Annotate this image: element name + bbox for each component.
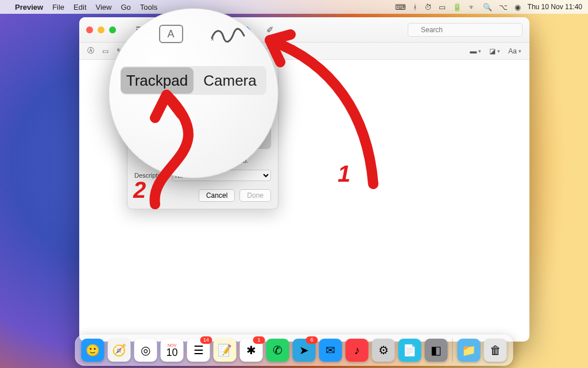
bluetooth-icon[interactable]: ᚼ — [413, 3, 417, 12]
highlight-icon[interactable]: ✐ — [263, 24, 277, 36]
siri-icon[interactable]: ◉ — [514, 3, 521, 12]
dock-music[interactable]: ♪ — [346, 339, 369, 362]
text-tool-icon: A — [159, 25, 183, 43]
cancel-button[interactable]: Cancel — [199, 189, 235, 202]
control-center-icon[interactable]: ⌥ — [499, 3, 508, 12]
text-select-tool[interactable]: Ⓐ — [87, 46, 94, 56]
magnified-tabs: Trackpad Camera — [121, 66, 266, 95]
dock: 🙂🧭◎NOV10☰📝✱✆➤✉︎♪⚙︎📄◧📁🗑 — [75, 335, 513, 366]
svg-text:×: × — [211, 36, 214, 43]
search-icon[interactable]: 🔍 — [483, 3, 492, 12]
dock-telegram[interactable]: ➤ — [293, 339, 316, 362]
menubar-clock[interactable]: Thu 10 Nov 11:40 — [528, 3, 582, 11]
sign-tool-icon: × — [211, 25, 245, 43]
minimize-button[interactable] — [98, 26, 105, 33]
clock-icon[interactable]: ⏱ — [424, 3, 432, 12]
dock-notes[interactable]: 📝 — [214, 339, 237, 362]
menu-go[interactable]: Go — [121, 3, 130, 12]
wifi-icon[interactable]: ᯤ — [469, 3, 476, 12]
menu-edit[interactable]: Edit — [74, 3, 86, 12]
magnified-tab-camera: Camera — [194, 67, 266, 94]
battery-icon[interactable]: 🔋 — [452, 3, 462, 12]
menubar: Preview File Edit View Go Tools ⌨︎ ᚼ ⏱ ▭… — [0, 0, 588, 14]
close-button[interactable] — [86, 26, 93, 33]
fill-color-tool[interactable]: ◪▾ — [489, 47, 500, 55]
dock-chrome[interactable]: ◎ — [134, 339, 157, 362]
rect-select-tool[interactable]: ▭ — [102, 47, 109, 55]
text-style-tool[interactable]: Aa▾ — [508, 47, 521, 55]
dock-finder2[interactable]: 📄 — [399, 339, 421, 362]
menu-view[interactable]: View — [96, 3, 112, 12]
magnified-tab-trackpad: Trackpad — [121, 67, 194, 94]
menubar-right: ⌨︎ ᚼ ⏱ ▭ 🔋 ᯤ 🔍 ⌥ ◉ Thu 10 Nov 11:40 — [395, 3, 582, 12]
display-icon[interactable]: ▭ — [439, 3, 446, 12]
annotation-number-1: 1 — [338, 161, 350, 187]
annotation-number-2: 2 — [133, 177, 146, 203]
dock-slack[interactable]: ✱ — [240, 339, 263, 362]
dock-reminders[interactable]: ☰ — [187, 339, 210, 362]
dock-mail[interactable]: ✉︎ — [319, 339, 342, 362]
keyboard-icon[interactable]: ⌨︎ — [395, 3, 406, 12]
dock-folder[interactable]: 📁 — [458, 339, 481, 362]
window-controls — [86, 26, 116, 33]
zoom-button[interactable] — [109, 26, 116, 33]
stroke-color-tool[interactable]: ▬▾ — [470, 47, 481, 55]
app-name[interactable]: Preview — [15, 3, 43, 12]
search-input[interactable] — [408, 23, 523, 37]
menu-file[interactable]: File — [52, 3, 64, 12]
dock-settings[interactable]: ⚙︎ — [372, 339, 395, 362]
magnifier-overlay: ▢▾ A × ▾ Trackpad Camera — [109, 8, 278, 178]
menu-tools[interactable]: Tools — [140, 3, 157, 12]
dock-trash[interactable]: 🗑 — [484, 339, 507, 362]
dock-monitor[interactable]: ◧ — [425, 339, 448, 362]
dock-calendar[interactable]: NOV10 — [161, 339, 184, 362]
done-button[interactable]: Done — [239, 189, 271, 202]
dock-safari[interactable]: 🧭 — [108, 339, 131, 362]
dock-whatsapp[interactable]: ✆ — [266, 339, 289, 362]
dock-finder[interactable]: 🙂 — [82, 339, 105, 362]
